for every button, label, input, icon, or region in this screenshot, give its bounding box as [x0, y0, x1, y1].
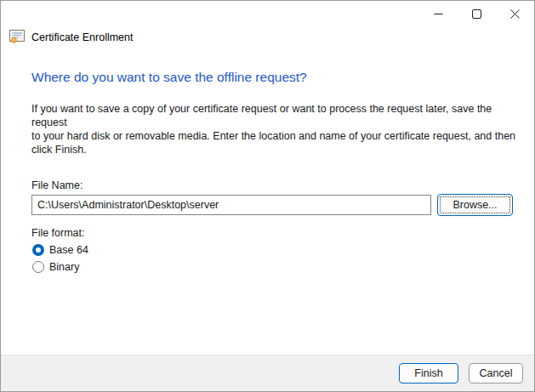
- description-line: to your hard disk or removable media. En…: [31, 129, 528, 143]
- close-button[interactable]: [496, 1, 534, 26]
- page-description: If you want to save a copy of your certi…: [31, 102, 528, 156]
- close-icon: [510, 9, 520, 19]
- maximize-icon: [472, 9, 481, 19]
- file-name-label: File Name:: [31, 179, 83, 191]
- radio-unselected-icon[interactable]: [32, 261, 44, 273]
- minimize-button[interactable]: [419, 1, 458, 26]
- description-line: If you want to save a copy of your certi…: [31, 102, 528, 129]
- radio-option-base64[interactable]: Base 64: [32, 243, 88, 257]
- titlebar: [1, 1, 534, 26]
- cancel-button[interactable]: Cancel: [469, 363, 523, 383]
- footer-bar: Finish Cancel: [1, 355, 534, 391]
- certificate-icon: [9, 30, 26, 44]
- page-heading: Where do you want to save the offline re…: [31, 70, 307, 85]
- file-name-input[interactable]: [31, 195, 431, 215]
- maximize-button[interactable]: [458, 1, 496, 26]
- file-format-label: File format:: [31, 227, 85, 239]
- finish-button[interactable]: Finish: [399, 363, 458, 383]
- radio-selected-icon[interactable]: [32, 244, 44, 256]
- certificate-enrollment-window: Certificate Enrollment Where do you want…: [0, 0, 535, 392]
- minimize-icon: [434, 9, 443, 19]
- wizard-title: Certificate Enrollment: [31, 31, 134, 43]
- browse-button[interactable]: Browse...: [437, 194, 513, 216]
- radio-label: Base 64: [49, 244, 88, 256]
- radio-label: Binary: [49, 261, 79, 273]
- description-line: click Finish.: [31, 143, 528, 156]
- wizard-header: Certificate Enrollment: [9, 30, 134, 44]
- radio-option-binary[interactable]: Binary: [32, 260, 79, 274]
